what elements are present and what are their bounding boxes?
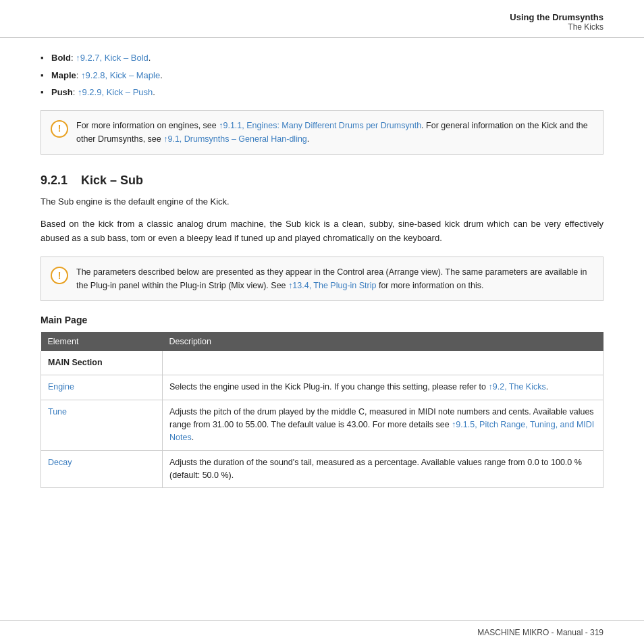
bold-label: Bold <box>51 53 71 63</box>
info-link-1b[interactable]: ↑9.1, Drumsynths – General Han-dling <box>163 134 307 144</box>
tune-link[interactable]: Tune <box>48 407 67 417</box>
para-1: The Sub engine is the default engine of … <box>41 194 603 209</box>
maple-link[interactable]: ↑9.2.8, Kick – Maple <box>81 70 160 80</box>
content-area: Bold: ↑9.2.7, Kick – Bold. Maple: ↑9.2.8… <box>0 38 644 502</box>
warning-circle-2: ! <box>51 267 68 284</box>
bold-link[interactable]: ↑9.2.7, Kick – Bold <box>76 53 149 63</box>
table-cell-desc: Adjusts the duration of the sound's tail… <box>163 450 603 488</box>
col-header-description: Description <box>163 332 603 351</box>
push-label: Push <box>51 87 73 97</box>
table-row: Decay Adjusts the duration of the sound'… <box>41 450 603 488</box>
table-cell-desc: Selects the engine used in the Kick Plug… <box>163 375 603 400</box>
table-row: Tune Adjusts the pitch of the drum playe… <box>41 400 603 450</box>
decay-link[interactable]: Decay <box>48 458 72 467</box>
push-link[interactable]: ↑9.2.9, Kick – Push <box>78 87 153 97</box>
engine-desc-end: . <box>546 382 548 392</box>
info-link-1a[interactable]: ↑9.1.1, Engines: Many Different Drums pe… <box>219 121 421 130</box>
main-section-label: MAIN Section <box>48 358 103 367</box>
maple-label: Maple <box>51 70 76 80</box>
section-number: 9.2.1 <box>41 173 68 187</box>
engine-link[interactable]: Engine <box>48 382 74 392</box>
list-item: Maple: ↑9.2.8, Kick – Maple. <box>41 69 603 82</box>
info-text-1a: For more information on engines, see <box>76 121 219 130</box>
header-subtitle: The Kicks <box>41 22 603 32</box>
footer-text: MASCHINE MIKRO - Manual - 319 <box>477 628 603 637</box>
page-header: Using the Drumsynths The Kicks <box>0 0 644 38</box>
section-heading: 9.2.1 Kick – Sub <box>41 173 603 188</box>
warning-icon-2: ! <box>51 267 68 284</box>
page-footer: MASCHINE MIKRO - Manual - 319 <box>0 620 644 644</box>
table-cell-element: Decay <box>41 450 163 488</box>
table-row: MAIN Section <box>41 351 603 375</box>
table-cell-element: Tune <box>41 400 163 450</box>
warning-circle-1: ! <box>51 120 68 138</box>
section-title: Kick – Sub <box>81 173 143 187</box>
bullet-list: Bold: ↑9.2.7, Kick – Bold. Maple: ↑9.2.8… <box>41 51 603 99</box>
tune-desc-end: . <box>192 433 194 442</box>
table-row: Engine Selects the engine used in the Ki… <box>41 375 603 400</box>
info-box-2: ! The parameters described below are pre… <box>41 257 603 301</box>
main-table: Element Description MAIN Section Engine <box>41 332 603 489</box>
info-text-1c: . <box>307 134 309 144</box>
table-cell-desc: Adjusts the pitch of the drum played by … <box>163 400 603 450</box>
engine-desc-text: Selects the engine used in the Kick Plug… <box>169 382 489 392</box>
table-cell-element: MAIN Section <box>41 351 163 375</box>
para-2: Based on the kick from a classic analog … <box>41 217 603 246</box>
info-link-2[interactable]: ↑13.4, The Plug-in Strip <box>288 281 376 290</box>
info-box-1: ! For more information on engines, see ↑… <box>41 110 603 155</box>
table-cell-desc <box>163 351 603 375</box>
table-header-row: Element Description <box>41 332 603 351</box>
decay-desc-text: Adjusts the duration of the sound's tail… <box>169 458 582 480</box>
list-item: Bold: ↑9.2.7, Kick – Bold. <box>41 51 603 65</box>
info-text-2b: for more information on this. <box>376 281 483 290</box>
header-title: Using the Drumsynths <box>41 12 603 22</box>
page-container: Using the Drumsynths The Kicks Bold: ↑9.… <box>0 0 644 644</box>
list-item: Push: ↑9.2.9, Kick – Push. <box>41 86 603 99</box>
warning-icon-1: ! <box>51 120 68 138</box>
subsection-heading: Main Page <box>41 315 603 325</box>
col-header-element: Element <box>41 332 163 351</box>
table-cell-element: Engine <box>41 375 163 400</box>
engine-ref-link[interactable]: ↑9.2, The Kicks <box>489 382 546 392</box>
